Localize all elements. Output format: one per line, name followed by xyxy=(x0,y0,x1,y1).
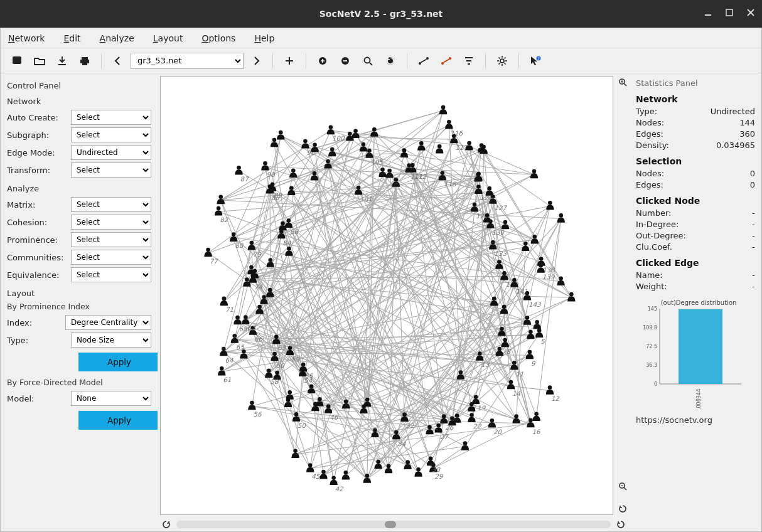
stats-sel-nodes-label: Nodes: xyxy=(636,169,664,178)
stats-indeg-label: In-Degree: xyxy=(636,220,679,229)
svg-text:45: 45 xyxy=(311,472,320,480)
svg-text:100: 100 xyxy=(332,134,345,142)
filter-icon[interactable] xyxy=(459,51,479,71)
svg-line-138 xyxy=(224,134,356,302)
svg-text:118: 118 xyxy=(444,180,457,188)
window-minimize-button[interactable] xyxy=(703,8,713,18)
svg-text:30: 30 xyxy=(432,466,441,473)
website-link[interactable]: https://socnetv.org xyxy=(636,415,755,425)
window-maximize-button[interactable] xyxy=(724,8,734,18)
svg-line-15 xyxy=(421,59,427,62)
settings-icon[interactable] xyxy=(492,51,512,71)
svg-rect-468 xyxy=(679,309,722,384)
menu-analyze[interactable]: Analyze xyxy=(100,33,134,43)
index-select[interactable]: Degree Centrality xyxy=(65,315,151,330)
cohesion-select[interactable]: Select xyxy=(71,215,151,230)
menu-network[interactable]: Network xyxy=(8,33,45,43)
rotate-right-icon[interactable] xyxy=(614,518,627,531)
svg-line-124 xyxy=(310,402,319,468)
label-edge-mode: Edge Mode: xyxy=(7,148,66,157)
equivalence-select[interactable]: Select xyxy=(71,267,151,282)
horizontal-scrollbar[interactable] xyxy=(176,521,611,528)
svg-text:42: 42 xyxy=(335,485,345,492)
transform-select[interactable]: Select xyxy=(71,162,151,178)
degree-distribution-chart: (out)Degree distribution036.372.5108.814… xyxy=(636,297,749,410)
stats-clicked-edge-section: Clicked Edge xyxy=(636,258,755,268)
save-icon[interactable] xyxy=(52,51,72,71)
window-titlebar: SocNetV 2.5 - gr3_53.net xyxy=(0,0,762,28)
auto-create-select[interactable]: Select xyxy=(71,110,151,125)
nav-forward-icon[interactable] xyxy=(246,51,266,71)
network-canvas[interactable]: 5891112131416192022262729303234424546505… xyxy=(160,76,613,515)
menu-edit[interactable]: Edit xyxy=(63,33,80,43)
window-close-button[interactable] xyxy=(746,8,756,18)
open-file-icon[interactable] xyxy=(30,51,50,71)
rotate-left-icon[interactable] xyxy=(160,518,173,531)
zoom-out-icon[interactable] xyxy=(616,480,629,492)
statistics-panel: Statistics Panel Network Type:Undirected… xyxy=(630,73,761,531)
svg-text:74: 74 xyxy=(254,283,263,290)
stats-number-value: - xyxy=(752,208,755,218)
svg-line-336 xyxy=(270,189,271,263)
remove-node-icon[interactable] xyxy=(335,51,355,71)
apply-prominence-button[interactable]: Apply xyxy=(78,353,158,371)
type-select[interactable]: Node Size xyxy=(71,332,151,348)
control-panel: Control Panel Network Auto Create:Select… xyxy=(1,73,158,531)
menu-options[interactable]: Options xyxy=(201,33,235,43)
stats-density-label: Density: xyxy=(636,141,669,150)
help-pointer-icon[interactable]: ? xyxy=(525,51,545,71)
model-select[interactable]: None xyxy=(71,391,151,406)
svg-rect-1 xyxy=(726,9,732,16)
label-index: Index: xyxy=(7,318,60,327)
menu-help[interactable]: Help xyxy=(254,33,274,43)
remove-edge-icon[interactable] xyxy=(436,51,456,71)
recent-file-select[interactable]: gr3_53.net xyxy=(131,53,244,69)
label-equivalence: Equivalence: xyxy=(7,270,66,280)
svg-text:?: ? xyxy=(537,56,539,60)
add-icon[interactable] xyxy=(279,51,299,71)
stats-sel-edges-value: 0 xyxy=(750,180,755,189)
label-prominence: Prominence: xyxy=(7,235,66,245)
zoom-in-icon[interactable] xyxy=(616,76,629,88)
svg-text:65: 65 xyxy=(236,343,245,351)
svg-text:8: 8 xyxy=(507,348,512,355)
section-analyze: Analyze xyxy=(7,184,151,193)
nav-back-icon[interactable] xyxy=(108,51,128,71)
svg-line-25 xyxy=(505,63,506,64)
add-node-icon[interactable] xyxy=(313,51,333,71)
svg-line-26 xyxy=(499,63,500,64)
svg-text:29: 29 xyxy=(434,472,444,480)
stats-type-label: Type: xyxy=(636,107,657,116)
refresh-icon[interactable] xyxy=(380,51,400,71)
menu-layout[interactable]: Layout xyxy=(153,33,183,43)
apply-force-button[interactable]: Apply xyxy=(78,411,158,430)
svg-point-17 xyxy=(449,57,451,60)
zoom-reset-icon[interactable] xyxy=(616,503,629,515)
svg-text:89: 89 xyxy=(274,191,283,199)
svg-text:27: 27 xyxy=(440,433,449,440)
svg-text:19: 19 xyxy=(477,404,486,412)
svg-text:66: 66 xyxy=(254,335,264,343)
stats-edges-label: Edges: xyxy=(636,129,663,139)
new-file-icon[interactable] xyxy=(7,51,27,71)
svg-text:112: 112 xyxy=(414,173,427,180)
communities-select[interactable]: Select xyxy=(71,250,151,265)
subgraph-select[interactable]: Select xyxy=(71,127,151,142)
label-transform: Transform: xyxy=(7,166,66,175)
stats-clucoef-label: Clu.Coef. xyxy=(636,242,672,252)
prominence-select[interactable]: Select xyxy=(71,232,151,247)
stats-number-label: Number: xyxy=(636,208,671,218)
stats-sel-nodes-value: 0 xyxy=(750,169,755,178)
toolbar: gr3_53.net ? xyxy=(1,48,761,73)
menubar: Network Edit Analyze Layout Options Help xyxy=(1,28,761,48)
print-icon[interactable] xyxy=(75,51,95,71)
add-edge-icon[interactable] xyxy=(414,51,434,71)
stats-clucoef-value: - xyxy=(752,242,755,252)
label-communities: Communities: xyxy=(7,253,66,262)
edge-mode-select[interactable]: Undirected xyxy=(71,145,151,160)
control-panel-title: Control Panel xyxy=(7,81,151,90)
matrix-select[interactable]: Select xyxy=(71,197,151,212)
find-icon[interactable] xyxy=(358,51,378,71)
svg-text:139: 139 xyxy=(542,273,555,280)
stats-sel-edges-label: Edges: xyxy=(636,180,663,189)
